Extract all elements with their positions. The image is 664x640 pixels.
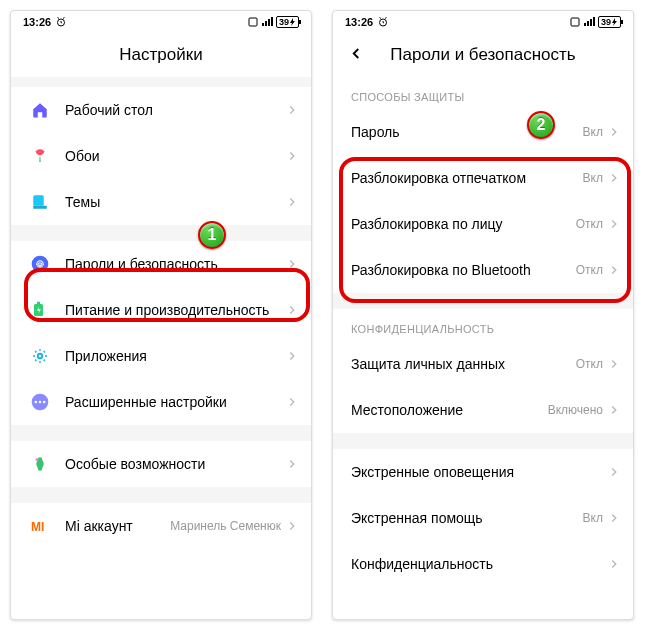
chevron-right-icon [607,171,621,185]
chevron-right-icon [285,519,299,533]
row-password[interactable]: Пароль Вкл [333,109,633,155]
svg-rect-15 [571,18,579,26]
security-list: СПОСОБЫ ЗАЩИТЫ Пароль Вкл Разблокировка … [333,77,633,619]
chevron-right-icon [285,149,299,163]
row-value: Вкл [583,125,603,139]
chevron-right-icon [285,195,299,209]
battery-percent: 39 [601,17,611,27]
row-accessibility[interactable]: Особые возможности [11,441,311,487]
phone-security: 13:26 39 Пароли и безопасность СПОСОБЫ З… [332,10,634,620]
status-left: 13:26 [345,16,389,28]
row-label: Обои [65,148,285,164]
alarm-icon [55,16,67,28]
row-battery[interactable]: Питание и производительность [11,287,311,333]
row-label: Mi аккаунт [65,518,170,534]
back-button[interactable] [347,45,365,66]
svg-point-11 [43,401,46,404]
chevron-right-icon [607,263,621,277]
status-right: 39 [570,16,621,28]
alarm-icon [377,16,389,28]
row-label: Разблокировка по лицу [351,216,576,232]
status-right: 39 [248,16,299,28]
svg-point-7 [38,354,43,359]
row-face-unlock[interactable]: Разблокировка по лицу Откл [333,201,633,247]
svg-rect-1 [249,18,257,26]
row-label: Экстренные оповещения [351,464,607,480]
home-icon [29,99,51,121]
row-value: Откл [576,217,603,231]
row-value: Откл [576,263,603,277]
settings-list: Рабочий стол Обои Темы Пароли и безопасн… [11,77,311,619]
section-protection: СПОСОБЫ ЗАЩИТЫ [333,77,633,109]
row-home[interactable]: Рабочий стол [11,87,311,133]
chevron-right-icon [285,303,299,317]
row-value: Вкл [583,511,603,525]
battery-percent: 39 [279,17,289,27]
section-privacy: КОНФИДЕНЦИАЛЬНОСТЬ [333,309,633,341]
row-value: Вкл [583,171,603,185]
row-label: Пароли и безопасность [65,256,285,272]
row-label: Рабочий стол [65,102,285,118]
svg-point-9 [35,401,38,404]
row-mi-account[interactable]: MI Mi аккаунт Маринель Семенюк [11,503,311,549]
chevron-right-icon [607,465,621,479]
phone-settings: 13:26 39 Настройки Рабочий стол [10,10,312,620]
svg-rect-3 [33,206,47,209]
battery-indicator: 39 [598,16,621,28]
chevron-right-icon [285,257,299,271]
row-label: Экстренная помощь [351,510,583,526]
more-icon [29,391,51,413]
row-bluetooth-unlock[interactable]: Разблокировка по Bluetooth Откл [333,247,633,293]
chevron-right-icon [607,217,621,231]
page-title: Настройки [119,45,202,65]
status-time: 13:26 [23,16,51,28]
charging-icon [612,18,618,26]
status-bar: 13:26 39 [11,11,311,33]
row-label: Питание и производительность [65,302,285,318]
row-apps[interactable]: Приложения [11,333,311,379]
svg-point-10 [39,401,42,404]
battery-icon [29,299,51,321]
chevron-right-icon [607,125,621,139]
row-emergency-alerts[interactable]: Экстренные оповещения [333,449,633,495]
fingerprint-icon [29,253,51,275]
row-label: Темы [65,194,285,210]
row-location[interactable]: Местоположение Включено [333,387,633,433]
apps-icon [29,345,51,367]
row-value: Откл [576,357,603,371]
signal-icon [583,17,595,27]
row-additional[interactable]: Расширенные настройки [11,379,311,425]
accessibility-icon [29,453,51,475]
row-emergency-help[interactable]: Экстренная помощь Вкл [333,495,633,541]
svg-text:MI: MI [31,520,44,534]
status-left: 13:26 [23,16,67,28]
mi-logo-icon: MI [29,515,51,537]
status-time: 13:26 [345,16,373,28]
row-label: Разблокировка отпечатком [351,170,583,186]
row-label: Конфиденциальность [351,556,607,572]
row-value: Включено [548,403,603,417]
chevron-right-icon [607,403,621,417]
row-security[interactable]: Пароли и безопасность [11,241,311,287]
signal-icon [261,17,273,27]
row-fingerprint-unlock[interactable]: Разблокировка отпечатком Вкл [333,155,633,201]
row-wallpaper[interactable]: Обои [11,133,311,179]
sim-icon [570,17,580,27]
chevron-right-icon [285,395,299,409]
row-themes[interactable]: Темы [11,179,311,225]
chevron-left-icon [347,45,365,63]
title-bar: Настройки [11,33,311,77]
charging-icon [290,18,296,26]
page-title: Пароли и безопасность [390,45,575,65]
sim-icon [248,17,258,27]
row-value: Маринель Семенюк [170,519,281,533]
svg-rect-6 [37,302,40,304]
chevron-right-icon [285,103,299,117]
title-bar: Пароли и безопасность [333,33,633,77]
row-data-protection[interactable]: Защита личных данных Откл [333,341,633,387]
themes-icon [29,191,51,213]
status-bar: 13:26 39 [333,11,633,33]
chevron-right-icon [285,349,299,363]
row-label: Расширенные настройки [65,394,285,410]
row-confidentiality[interactable]: Конфиденциальность [333,541,633,587]
